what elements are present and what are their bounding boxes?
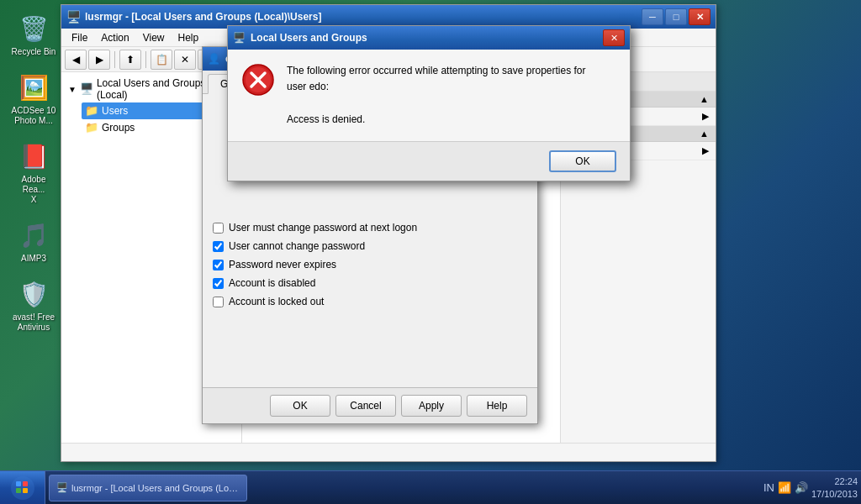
checkbox-cannot-change-input[interactable] — [213, 241, 224, 252]
menu-action[interactable]: Action — [94, 30, 135, 45]
tray-icons: IN 📶 🔊 22:24 17/10/2013 — [760, 475, 861, 500]
window-controls: ─ □ ✕ — [642, 8, 710, 25]
tray-network-icon[interactable]: 📶 — [778, 481, 791, 494]
error-dialog: 🖥️ Local Users and Groups ✕ The followin… — [227, 25, 631, 181]
checkbox-must-change: User must change password at next logon — [213, 222, 527, 234]
svg-rect-5 — [16, 481, 21, 486]
taskbar-items: 🖥️ lusrmgr - [Local Users and Groups (Lo… — [45, 475, 760, 501]
mmc-title-icon: 🖥️ — [66, 10, 80, 24]
error-window-controls: ✕ — [603, 29, 625, 46]
close-button[interactable]: ✕ — [689, 8, 710, 25]
mmc-title-text: lusrmgr - [Local Users and Groups (Local… — [85, 11, 637, 23]
error-footer: OK — [228, 141, 630, 181]
dialog-buttons: OK Cancel Apply Help — [203, 387, 537, 423]
tray-keyboard-icon[interactable]: IN — [763, 481, 774, 494]
checkbox-never-expires: Password never expires — [213, 259, 527, 270]
checkbox-never-expires-input[interactable] — [213, 260, 224, 270]
svg-rect-8 — [23, 488, 28, 493]
svg-rect-6 — [23, 481, 28, 486]
error-titlebar: 🖥️ Local Users and Groups ✕ — [228, 26, 630, 50]
checkbox-disabled-input[interactable] — [213, 278, 224, 289]
error-body: The following error occurred while attem… — [228, 50, 630, 141]
acdsee-icon[interactable]: 🖼️ ACDSee 10Photo M... — [7, 67, 61, 129]
checkbox-cannot-change: User cannot change password — [213, 240, 527, 252]
back-button[interactable]: ◀ — [65, 50, 87, 70]
apply-button[interactable]: Apply — [401, 395, 462, 417]
show-hide-button[interactable]: 📋 — [151, 50, 172, 70]
start-button[interactable] — [0, 471, 45, 505]
checkbox-disabled: Account is disabled — [213, 277, 527, 289]
error-message: The following error occurred while attem… — [287, 63, 586, 128]
menu-view[interactable]: View — [136, 30, 172, 45]
desktop-icons: 🗑️ Recycle Bin 🖼️ ACDSee 10Photo M... 📕 … — [7, 8, 61, 336]
svg-point-4 — [11, 476, 34, 500]
checkbox-locked-out: Account is locked out — [213, 296, 527, 307]
restore-button[interactable]: □ — [665, 8, 687, 25]
aimp3-icon[interactable]: 🎵 AIMP3 — [7, 215, 61, 267]
toolbar-separator-2 — [145, 51, 146, 68]
checkbox-must-change-input[interactable] — [213, 223, 224, 234]
menu-help[interactable]: Help — [172, 30, 206, 45]
recycle-bin-icon[interactable]: 🗑️ Recycle Bin — [7, 8, 61, 60]
checkbox-locked-out-input[interactable] — [213, 297, 224, 307]
desktop: 🗑️ Recycle Bin 🖼️ ACDSee 10Photo M... 📕 … — [0, 0, 861, 504]
forward-button[interactable]: ▶ — [88, 50, 110, 70]
avast-icon[interactable]: 🛡️ avast! FreeAntivirus — [7, 274, 61, 336]
minimize-button[interactable]: ─ — [642, 8, 663, 25]
ok-button[interactable]: OK — [270, 395, 330, 417]
statusbar — [61, 443, 716, 461]
toolbar-separator-1 — [114, 51, 115, 68]
svg-rect-7 — [16, 488, 21, 493]
taskbar: 🖥️ lusrmgr - [Local Users and Groups (Lo… — [0, 470, 861, 504]
error-ok-button[interactable]: OK — [549, 150, 616, 172]
up-button[interactable]: ⬆ — [119, 50, 141, 70]
cancel-button[interactable]: Cancel — [335, 395, 396, 417]
error-icon — [241, 63, 275, 97]
taskbar-clock[interactable]: 22:24 17/10/2013 — [811, 475, 858, 500]
adobe-reader-icon[interactable]: 📕 Adobe Rea...X — [7, 136, 61, 208]
tray-volume-icon[interactable]: 🔊 — [795, 481, 808, 494]
error-close-button[interactable]: ✕ — [603, 29, 625, 46]
menu-file[interactable]: File — [65, 30, 94, 45]
help-button[interactable]: Help — [467, 395, 527, 417]
taskbar-mmc-item[interactable]: 🖥️ lusrmgr - [Local Users and Groups (Lo… — [49, 475, 247, 501]
delete-button[interactable]: ✕ — [174, 50, 196, 70]
